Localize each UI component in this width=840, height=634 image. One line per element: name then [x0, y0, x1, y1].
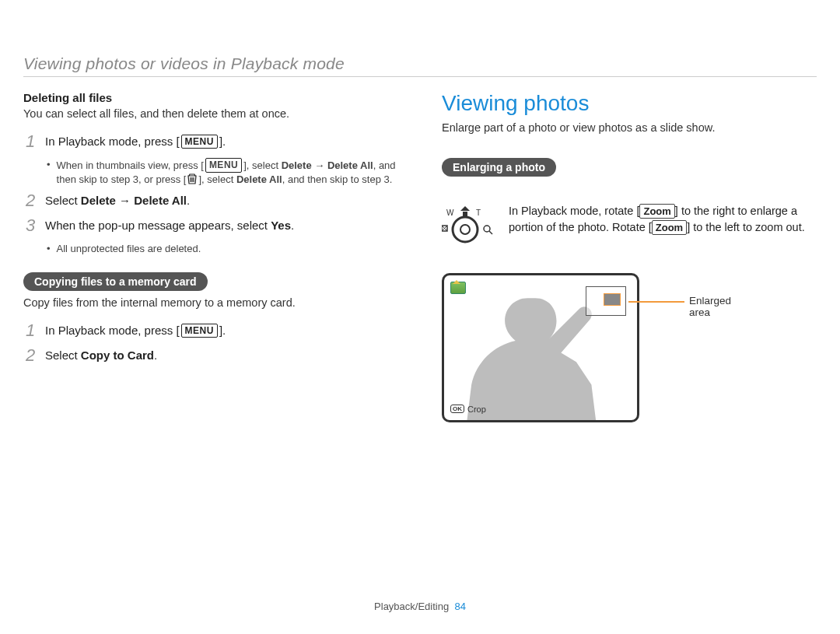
trash-icon: [186, 173, 198, 185]
page-header-title: Viewing photos or videos in Playback mod…: [23, 54, 817, 73]
copy-pill: Copying files to a memory card: [23, 272, 208, 291]
menu-button-icon: MENU: [205, 158, 242, 173]
step-number: 1: [23, 133, 37, 150]
left-column: Deleting all files You can select all fi…: [23, 91, 398, 422]
page-footer: Playback/Editing 84: [0, 601, 840, 612]
step-number: 3: [23, 217, 37, 234]
footer-section: Playback/Editing: [374, 601, 449, 612]
zoom-dial-icon: W T: [442, 203, 495, 250]
svg-point-0: [453, 217, 478, 242]
menu-button-icon: MENU: [181, 135, 218, 149]
cs2b: .: [154, 349, 157, 362]
camera-screen-frame: OK Crop: [442, 273, 639, 422]
cs2a: Select: [45, 349, 81, 362]
svg-point-1: [460, 225, 470, 234]
enlarged-area-indicator: [604, 293, 621, 306]
picture-icon: [450, 282, 466, 294]
two-column-layout: Deleting all files You can select all fi…: [23, 91, 817, 422]
step-row: 1 In Playback mode, press [MENU].: [23, 133, 398, 150]
deleting-heading: Deleting all files: [23, 91, 398, 104]
menu-button-icon: MENU: [181, 324, 218, 338]
viewing-photos-title: Viewing photos: [442, 91, 817, 116]
s3b: .: [291, 219, 294, 232]
ok-badge-icon: OK: [450, 405, 464, 413]
svg-point-4: [484, 226, 490, 232]
b1bold2: Delete All: [236, 173, 282, 185]
viewing-photos-intro: Enlarge part of a photo or view photos a…: [442, 121, 817, 136]
s3bold: Yes: [271, 219, 291, 232]
step1-pre: In Playback mode, press [: [45, 135, 180, 148]
bullet-dot: •: [47, 242, 51, 257]
b1a: When in thumbnails view, press [: [57, 159, 204, 171]
ok-crop-label: OK Crop: [450, 405, 486, 414]
step1-bullet-text: When in thumbnails view, press [MENU], s…: [57, 158, 398, 188]
enlarge-text: In Playback mode, rotate [Zoom] to the r…: [509, 203, 817, 236]
step-row: 2 Select Delete → Delete All.: [23, 192, 398, 209]
copy-step1-text: In Playback mode, press [MENU].: [45, 322, 226, 338]
b1d: ], select: [198, 173, 236, 185]
ea: In Playback mode, rotate [: [509, 205, 639, 217]
header-divider: [23, 76, 817, 77]
step3-bullet: • All unprotected files are deleted.: [47, 242, 398, 257]
step-number: 2: [23, 347, 37, 364]
step-row: 1 In Playback mode, press [MENU].: [23, 322, 398, 339]
b1b: ], select: [243, 159, 281, 171]
step1-post: ].: [219, 135, 226, 148]
enlarge-row: W T In Playback mode, rotate [Zoom] to t…: [442, 203, 817, 250]
step1-bullet: • When in thumbnails view, press [MENU],…: [47, 158, 398, 188]
zoom-label-box: Zoom: [639, 204, 674, 219]
step-2-text: Select Delete → Delete All.: [45, 192, 190, 208]
step-row: 2 Select Copy to Card.: [23, 347, 398, 364]
b1bold: Delete → Delete All: [282, 159, 373, 171]
cs2bold: Copy to Card: [81, 349, 154, 362]
zoom-label-box: Zoom: [652, 220, 687, 235]
right-column: Viewing photos Enlarge part of a photo o…: [442, 91, 817, 422]
svg-rect-2: [463, 212, 467, 218]
crop-text: Crop: [467, 405, 486, 414]
callout-label: Enlarged area: [689, 295, 731, 318]
ec: ] to the left to zoom out.: [687, 221, 805, 233]
overview-rect: [586, 286, 626, 316]
cs1a: In Playback mode, press [: [45, 324, 180, 337]
footer-page-number: 84: [454, 601, 465, 612]
dial-w-label: W: [446, 208, 454, 217]
s2b: .: [187, 194, 190, 207]
photo-illustration-wrap: OK Crop Enlarged area: [442, 273, 706, 422]
b1e: , and then skip to step 3.: [282, 173, 393, 185]
s3bullet: All unprotected files are deleted.: [57, 242, 201, 257]
step-1-text: In Playback mode, press [MENU].: [45, 133, 226, 149]
copy-intro: Copy files from the internal memory to a…: [23, 296, 398, 311]
bullet-dot: •: [47, 158, 51, 188]
step-number: 2: [23, 192, 37, 209]
step-3-text: When the pop-up message appears, select …: [45, 217, 294, 233]
copy-step2-text: Select Copy to Card.: [45, 347, 157, 363]
callout-line: [628, 301, 684, 303]
deleting-intro: You can select all files, and then delet…: [23, 107, 398, 122]
manual-page: Viewing photos or videos in Playback mod…: [0, 0, 840, 634]
s2bold: Delete → Delete All: [81, 194, 187, 207]
step-row: 3 When the pop-up message appears, selec…: [23, 217, 398, 234]
step-number: 1: [23, 322, 37, 339]
s3a: When the pop-up message appears, select: [45, 219, 271, 232]
dial-t-label: T: [476, 208, 481, 217]
cs1b: ].: [219, 324, 226, 337]
enlarge-pill: Enlarging a photo: [442, 158, 556, 177]
s2a: Select: [45, 194, 81, 207]
